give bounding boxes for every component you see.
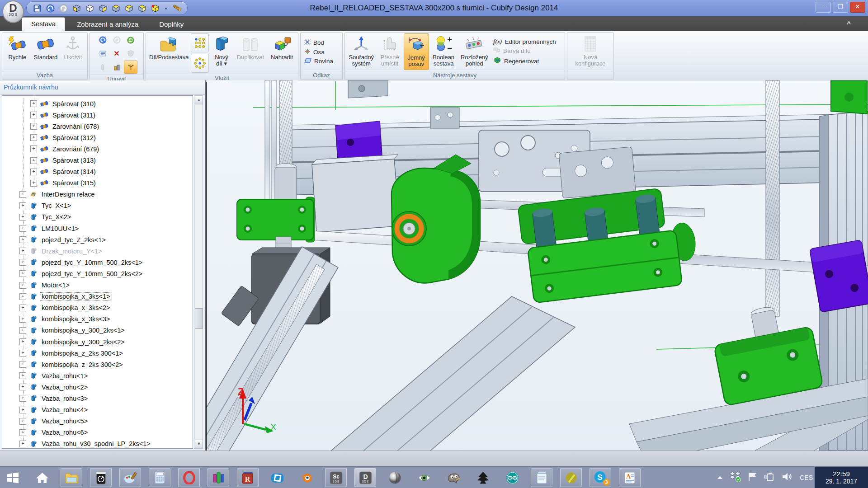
tree-item[interactable]: +Spárovat (310) [2, 98, 193, 109]
tree-item[interactable]: +pojezd_tyc_Z_2ks<1> [2, 234, 193, 245]
undo-icon[interactable] [45, 3, 55, 13]
tree-item[interactable]: +pojezd_tyc_Y_10mm_500_2ks<1> [2, 257, 193, 268]
tab-doplnky[interactable]: Doplňky [150, 18, 193, 31]
expander-icon[interactable]: + [19, 214, 26, 221]
volume-icon[interactable] [782, 472, 794, 483]
taskbar-cubify-design-icon[interactable]: D3DS [354, 468, 376, 487]
expander-icon[interactable]: + [19, 282, 26, 289]
taskbar-notepad-icon[interactable] [531, 468, 552, 487]
feature-list-icon[interactable] [96, 47, 109, 60]
bod-button[interactable]: Bod [304, 39, 333, 47]
tree-item[interactable]: +kombispojka_z_2ks 300<1> [2, 347, 193, 359]
delete-icon[interactable]: ✕ [110, 47, 123, 60]
taskbar-color-bars-icon[interactable] [208, 468, 229, 487]
taskbar-home-icon[interactable] [31, 468, 53, 487]
tree-item[interactable]: +Spárovat (315) [2, 178, 193, 189]
expander-icon[interactable]: + [19, 225, 26, 232]
grid-pattern-button[interactable] [191, 33, 209, 52]
tree-item[interactable]: +Vazba_rohu_v30_spodni_LP_2ks<1> [2, 438, 193, 449]
rychle-button[interactable]: Rychle [4, 33, 31, 70]
tree-item[interactable]: +Tyc_X<1> [2, 200, 193, 211]
edit-scene-icon[interactable] [110, 61, 123, 74]
taskbar-blender-icon[interactable] [296, 468, 317, 487]
expander-icon[interactable]: + [19, 441, 26, 447]
taskbar-arduino-icon[interactable] [501, 468, 523, 487]
tree-item[interactable]: +kombispojka_x_3ks<1> [2, 291, 193, 302]
expander-icon[interactable]: + [30, 180, 37, 187]
taskbar-jar-app-icon[interactable] [90, 468, 112, 487]
minimize-button[interactable]: – [816, 2, 831, 13]
expander-icon[interactable]: + [19, 259, 26, 266]
view-cube-top-left-icon[interactable] [124, 3, 134, 13]
taskbar-file-explorer-icon[interactable] [61, 468, 82, 487]
grip-icon[interactable] [96, 61, 109, 74]
expander-icon[interactable]: + [19, 372, 26, 379]
souradny-system-button[interactable]: Souřadný systém [347, 33, 376, 70]
expander-icon[interactable]: + [30, 145, 37, 152]
dim-display-toggle[interactable] [124, 61, 137, 74]
tree-item[interactable]: +Vazba_rohu<5> [2, 416, 193, 427]
tree-item[interactable]: +Vazba_rohu<4> [2, 404, 193, 416]
tree-item[interactable]: +InterDesign relace [2, 189, 193, 200]
view-cube-top-icon[interactable] [98, 3, 108, 13]
expander-icon[interactable]: + [19, 407, 26, 413]
taskbar-wordpad-icon[interactable]: A [619, 468, 641, 487]
jemny-posuv-button[interactable]: Jemný posuv [404, 33, 429, 70]
maximize-button[interactable]: ❐ [833, 2, 848, 13]
tab-zobrazeni-a-analyza[interactable]: Zobrazení a analýza [68, 18, 147, 31]
expander-icon[interactable]: + [19, 418, 26, 425]
tree-item[interactable]: +Motor<1> [2, 280, 193, 291]
suppress-icon[interactable] [124, 47, 137, 60]
taskbar-r-cube-icon[interactable]: R [237, 468, 259, 487]
expander-icon[interactable]: + [19, 202, 26, 209]
scrollbar-thumb[interactable] [195, 308, 203, 329]
boolean-sestava-button[interactable]: Boolean sestava [430, 33, 458, 70]
expander-icon[interactable]: + [19, 338, 26, 345]
nova-konfigurace-button[interactable]: Nová konfigurace [570, 33, 611, 70]
regenerovat-button[interactable]: Regenerovat [493, 56, 561, 66]
app-logo-icon[interactable]: D 3DS [2, 0, 24, 23]
expander-icon[interactable]: + [19, 316, 26, 323]
tree-item[interactable]: +Spárovat (314) [2, 166, 193, 178]
tree-scrollbar[interactable]: ▲ ▼ [194, 95, 203, 449]
scroll-up-arrow[interactable]: ▲ [195, 96, 203, 104]
expander-icon[interactable]: + [19, 293, 26, 300]
expander-icon[interactable]: + [30, 134, 37, 141]
tree-item[interactable]: +LM10UU<1> [2, 223, 193, 234]
tab-sestava[interactable]: Sestava [22, 17, 65, 31]
tree-item[interactable]: +Zarovnání (678) [2, 121, 193, 132]
expander-icon[interactable]: + [19, 350, 26, 357]
taskbar-skype-icon[interactable]: S3 [590, 468, 611, 487]
language-indicator[interactable]: CES [800, 474, 813, 481]
tree-item[interactable]: +Spárovat (311) [2, 109, 193, 121]
save-icon[interactable] [32, 3, 42, 13]
expander-icon[interactable]: + [19, 327, 26, 334]
editor-promennych-button[interactable]: f(x)Editor proměnných [493, 38, 561, 45]
expander-icon[interactable]: + [19, 395, 26, 402]
taskbar-gimp-icon[interactable] [443, 468, 464, 487]
tree-item[interactable]: +Zarovnání (679) [2, 143, 193, 155]
barva-dilu-button[interactable]: Barva dílu [493, 47, 561, 55]
power-battery-icon[interactable] [764, 472, 776, 483]
redo-small-icon[interactable] [110, 33, 123, 47]
standard-button[interactable]: Standard [32, 33, 60, 70]
expander-icon[interactable]: + [19, 270, 26, 277]
tree-item[interactable]: +kombispojka_y_300_2ks<2> [2, 336, 193, 347]
circular-pattern-button[interactable] [191, 54, 209, 73]
view-cube-front-icon[interactable] [71, 3, 81, 13]
expander-icon[interactable]: + [30, 157, 37, 164]
tree-item[interactable]: +Vazba_rohu<3> [2, 393, 193, 404]
dil-podsestava-button[interactable]: Díl/Podsestava [148, 33, 190, 73]
dropbox-icon[interactable] [729, 471, 741, 484]
tree-item[interactable]: +Spárovat (312) [2, 132, 193, 143]
nahradit-button[interactable]: Nahradit [268, 33, 296, 73]
taskbar-calculator-icon[interactable] [149, 468, 170, 487]
action-center-flag-icon[interactable] [747, 471, 758, 484]
expander-icon[interactable]: + [19, 429, 26, 436]
taskbar-yellow-ball-icon[interactable] [560, 468, 582, 487]
expander-icon[interactable]: + [19, 191, 26, 198]
tree-item[interactable]: +Spárovat (313) [2, 155, 193, 166]
tree-item[interactable]: +Tyc_X<2> [2, 211, 193, 223]
tree-item[interactable]: +Vazba_rohu<2> [2, 381, 193, 393]
osa-button[interactable]: Osa [304, 48, 333, 56]
